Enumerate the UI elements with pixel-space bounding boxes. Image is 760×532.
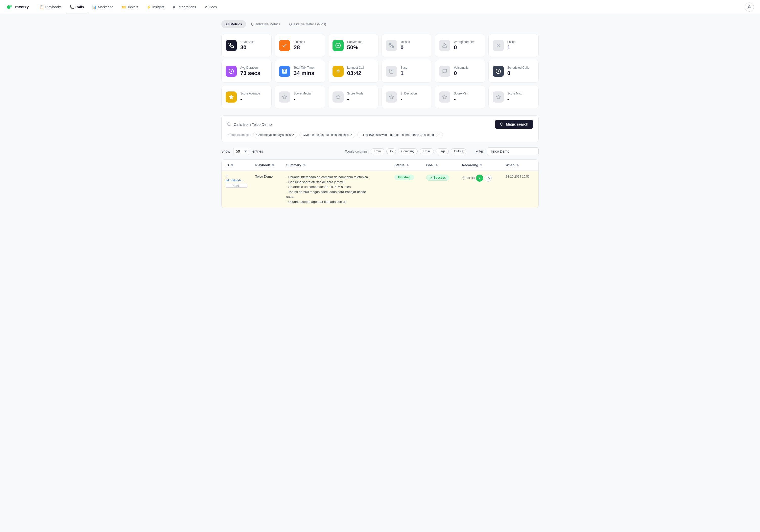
cell-when: 24-10-2024 15:56 xyxy=(501,171,539,208)
sort-recording-icon: ⇅ xyxy=(480,164,482,167)
table-row: ID b473fdc6-b... copy Telco Demo - Usuar… xyxy=(221,171,539,208)
tab-quantitative[interactable]: Quantitative Metrics xyxy=(247,20,284,28)
total-talk-label: Total Talk Time xyxy=(294,66,314,69)
entries-label: entries xyxy=(253,149,263,153)
sort-status-icon: ⇅ xyxy=(406,164,409,167)
metric-score-median: Score Median - xyxy=(275,86,325,109)
col-header-when[interactable]: When ⇅ xyxy=(501,160,539,171)
scheduled-icon xyxy=(493,66,504,77)
filter-section: Filter: xyxy=(476,147,539,155)
svg-line-26 xyxy=(502,125,503,126)
show-select[interactable]: 50 25 100 xyxy=(233,148,249,155)
search-input-wrap xyxy=(227,122,492,127)
total-talk-icon xyxy=(279,66,290,77)
nav-integrations[interactable]: 🖥 Integrations xyxy=(169,3,200,11)
sort-when-icon: ⇅ xyxy=(516,164,519,167)
metric-finished: Finished 28 xyxy=(275,34,325,57)
svg-marker-22 xyxy=(496,95,500,99)
play-button[interactable] xyxy=(476,175,483,182)
failed-label: Failed xyxy=(507,40,516,44)
user-avatar[interactable] xyxy=(745,3,754,12)
score-max-label: Score Max xyxy=(507,92,522,95)
avg-duration-icon xyxy=(226,66,237,77)
tab-qualitative[interactable]: Qualitative Metrics (NPS) xyxy=(285,20,330,28)
nav-docs[interactable]: ↗ Docs xyxy=(201,3,220,11)
col-btn-email[interactable]: Email xyxy=(420,148,434,155)
col-btn-tags[interactable]: Tags xyxy=(436,148,449,155)
nav-insights[interactable]: ⚡ Insights xyxy=(143,3,168,11)
col-btn-output[interactable]: Output xyxy=(451,148,466,155)
sort-id-icon: ⇅ xyxy=(231,164,233,167)
nav-tickets[interactable]: 🎫 Tickets xyxy=(118,3,142,11)
play-icon xyxy=(478,177,481,179)
finished-value: 28 xyxy=(294,44,305,51)
metrics-row-3: Score Average - Score Median - Score Mod… xyxy=(221,86,539,109)
longest-call-icon xyxy=(332,66,344,77)
copy-id-button[interactable]: copy xyxy=(226,183,247,188)
busy-label: Busy xyxy=(401,66,407,69)
score-avg-label: Score Average xyxy=(240,92,260,95)
search-row: Magic search xyxy=(227,120,533,129)
filter-input[interactable] xyxy=(487,147,539,155)
logo-icon xyxy=(6,4,13,11)
col-btn-to[interactable]: To xyxy=(386,148,396,155)
rec-time: 01:38 xyxy=(467,176,474,180)
summary-text: - Usuario interesado en cambiar de compa… xyxy=(286,175,372,204)
score-avg-icon xyxy=(226,91,237,103)
col-header-id[interactable]: ID ⇅ xyxy=(221,160,251,171)
score-min-label: Score Min xyxy=(454,92,467,95)
metrics-tabs: All Metrics Quantitative Metrics Qualita… xyxy=(221,20,539,28)
cell-id: ID b473fdc6-b... copy xyxy=(221,171,251,208)
search-input[interactable] xyxy=(234,122,492,127)
total-calls-value: 30 xyxy=(240,44,254,51)
tab-all-metrics[interactable]: All Metrics xyxy=(221,20,246,28)
col-btn-company[interactable]: Company xyxy=(398,148,417,155)
when-value: 24-10-2024 15:56 xyxy=(505,175,530,178)
col-header-status[interactable]: Status ⇅ xyxy=(390,160,422,171)
total-calls-label: Total Calls xyxy=(240,40,254,44)
col-header-playbook[interactable]: Playbook ⇅ xyxy=(251,160,282,171)
docs-icon: ↗ xyxy=(204,5,207,9)
metric-score-deviation: S. Deviation - xyxy=(382,86,432,109)
wrong-number-icon xyxy=(439,40,450,51)
prompt-chip-2[interactable]: Give me the last 100 finished calls ↗ xyxy=(300,132,355,138)
toggle-columns-group: Toggle columns: From To Company Email Ta… xyxy=(345,148,466,155)
download-button[interactable] xyxy=(485,175,492,182)
score-mode-value: - xyxy=(347,96,363,102)
toggle-columns-label: Toggle columns: xyxy=(345,150,369,153)
longest-call-value: 03:42 xyxy=(347,70,364,76)
wrong-number-label: Wrong number xyxy=(454,40,474,44)
col-header-goal[interactable]: Goal ⇅ xyxy=(422,160,458,171)
svg-point-2 xyxy=(749,6,750,7)
magic-search-button[interactable]: Magic search xyxy=(495,120,533,129)
tickets-icon: 🎫 xyxy=(121,5,126,9)
total-talk-value: 34 mins xyxy=(294,70,314,76)
score-min-icon xyxy=(439,91,450,103)
avg-duration-label: Avg Duration xyxy=(240,66,261,69)
metric-total-talk: Total Talk Time 34 mins xyxy=(275,60,325,83)
nav-calls[interactable]: 📞 Calls xyxy=(66,3,87,11)
metric-conversion: Conversion 50% xyxy=(328,34,378,57)
svg-rect-10 xyxy=(282,69,287,73)
main-content: All Metrics Quantitative Metrics Qualita… xyxy=(213,14,547,214)
finished-icon xyxy=(279,40,290,51)
prompt-chip-1[interactable]: Give me yesterday's calls ↗ xyxy=(253,132,297,138)
score-mode-icon xyxy=(332,91,344,103)
col-header-summary[interactable]: Summary ⇅ xyxy=(282,160,390,171)
voicemails-label: Voicemails xyxy=(454,66,468,69)
metric-score-avg: Score Average - xyxy=(221,86,272,109)
nav-playbooks[interactable]: 📋 Playbooks xyxy=(36,3,65,11)
calls-icon: 📞 xyxy=(70,5,74,9)
prompt-chip-3[interactable]: ...last 100 calls with a duration of mor… xyxy=(357,132,443,138)
col-btn-from[interactable]: From xyxy=(371,148,384,155)
cell-summary: - Usuario interesado en cambiar de compa… xyxy=(282,171,390,208)
metric-voicemails: Voicemails 0 xyxy=(435,60,485,83)
score-avg-value: - xyxy=(240,96,260,102)
prompt-examples: Prompt examples: Give me yesterday's cal… xyxy=(227,132,533,138)
col-header-recording[interactable]: Recording ⇅ xyxy=(458,160,501,171)
metric-missed: Missed 0 xyxy=(382,34,432,57)
failed-icon xyxy=(493,40,504,51)
app-logo[interactable]: meetzy xyxy=(6,4,29,11)
nav-marketing[interactable]: 📊 Marketing xyxy=(88,3,117,11)
svg-line-24 xyxy=(230,125,230,126)
